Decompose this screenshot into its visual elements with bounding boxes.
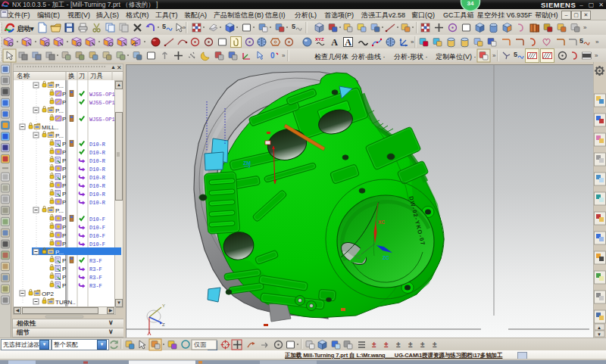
svg-text:Y: Y <box>162 303 165 308</box>
svg-text:Z: Z <box>162 322 165 327</box>
svg-text:XC: XC <box>378 219 385 225</box>
svg-text:ZC: ZC <box>383 255 389 260</box>
svg-text:YC: YC <box>355 254 361 260</box>
svg-text:ZM: ZM <box>243 160 251 166</box>
